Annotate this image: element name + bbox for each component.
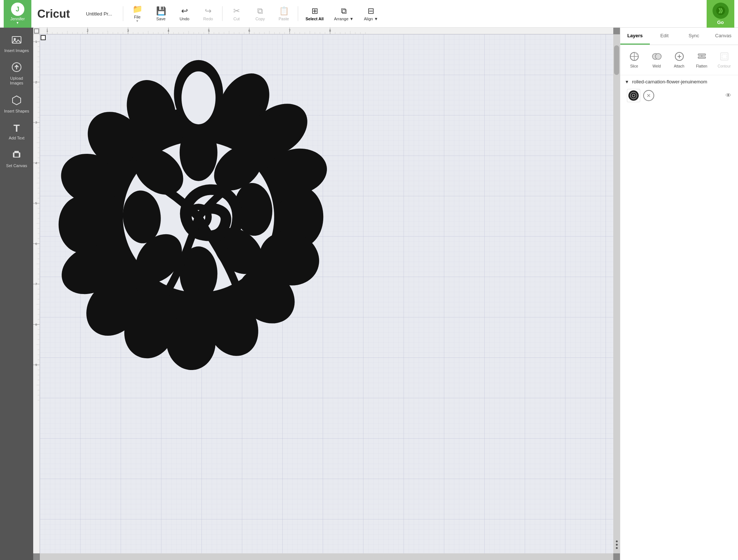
arrange-icon: ⧉: [341, 6, 347, 16]
svg-text:7: 7: [35, 282, 37, 286]
svg-text:3: 3: [127, 29, 129, 32]
file-arrow: ▼: [136, 19, 139, 23]
save-label: Save: [156, 17, 165, 21]
layer-group-name: rolled-carnation-flower-jenuinemom: [632, 79, 707, 84]
svg-text:3: 3: [35, 121, 37, 124]
save-button[interactable]: 💾 Save: [150, 4, 172, 23]
scrollbar-thumb-vertical[interactable]: [614, 45, 619, 75]
attach-icon: [675, 52, 684, 63]
arrange-button[interactable]: ⧉ Arrange ▼: [330, 4, 358, 23]
sidebar-item-upload-images[interactable]: Upload Images: [2, 58, 31, 89]
file-button[interactable]: 📁 File ▼: [126, 2, 148, 25]
go-circle: [713, 3, 729, 19]
paste-icon: 📋: [279, 6, 289, 16]
sidebar-item-insert-images[interactable]: Insert Images: [2, 31, 31, 57]
undo-icon: ↩: [181, 6, 188, 16]
sidebar-item-insert-shapes[interactable]: Insert Shapes: [2, 91, 31, 117]
arrange-label: Arrange ▼: [334, 17, 354, 21]
tab-edit[interactable]: Edit: [650, 28, 679, 45]
cricut-logo: Cricut: [33, 7, 82, 20]
weld-icon: [652, 52, 662, 63]
svg-text:2: 2: [87, 29, 89, 32]
svg-text:Cricut: Cricut: [37, 7, 70, 20]
attach-label: Attach: [674, 64, 684, 68]
copy-label: Copy: [255, 17, 265, 21]
sidebar-item-set-canvas[interactable]: Set Canvas: [2, 146, 31, 172]
panel-tools-row: Slice Weld Attach Flatten: [620, 45, 738, 75]
select-all-label: Select All: [306, 17, 324, 21]
svg-marker-5: [13, 96, 21, 105]
svg-point-3: [14, 38, 16, 40]
canvas-area[interactable]: 12345678 123456789: [33, 28, 620, 560]
undo-button[interactable]: ↩ Undo: [173, 4, 196, 23]
tool-flatten[interactable]: Flatten: [692, 49, 712, 71]
undo-label: Undo: [180, 17, 189, 21]
sidebar-insert-shapes-label: Insert Shapes: [4, 109, 29, 114]
sidebar-item-add-text[interactable]: T Add Text: [2, 119, 31, 144]
cut-button[interactable]: ✂ Cut: [225, 4, 248, 23]
insert-shapes-icon: [11, 95, 22, 107]
tool-attach[interactable]: Attach: [669, 49, 689, 71]
layer-item[interactable]: ✕ 👁: [625, 87, 734, 104]
tool-slice[interactable]: Slice: [624, 49, 644, 71]
sidebar-add-text-label: Add Text: [9, 136, 25, 141]
flatten-icon: [697, 52, 707, 63]
layer-thumbnail: [627, 89, 640, 102]
scrollbar-horizontal[interactable]: [40, 553, 613, 560]
divider-2: [222, 6, 223, 21]
svg-text:1: 1: [35, 40, 37, 44]
copy-icon: ⧉: [257, 6, 263, 16]
design-canvas[interactable]: [40, 34, 613, 553]
tab-canvas[interactable]: Canvas: [708, 28, 738, 45]
slice-icon: [630, 52, 639, 63]
canvas-overflow-menu[interactable]: [616, 540, 618, 549]
sidebar: Insert Images Upload Images Insert Shape…: [0, 28, 33, 560]
svg-text:7: 7: [289, 29, 290, 32]
svg-point-179: [59, 196, 104, 253]
align-button[interactable]: ⊟ Align ▼: [359, 4, 382, 23]
avatar: J: [11, 3, 24, 16]
layer-accessibility-icon[interactable]: ✕: [643, 90, 654, 101]
svg-rect-204: [721, 53, 728, 60]
svg-text:6: 6: [248, 29, 250, 32]
layer-thumb-svg: [628, 90, 639, 101]
svg-text:4: 4: [35, 161, 37, 165]
layer-visibility-toggle[interactable]: 👁: [725, 92, 731, 99]
svg-text:5: 5: [208, 29, 210, 32]
tool-contour[interactable]: Contour: [714, 49, 734, 71]
scrollbar-vertical[interactable]: [613, 34, 620, 553]
svg-point-183: [180, 124, 218, 181]
redo-button[interactable]: ↪ Redo: [197, 4, 219, 23]
select-all-icon: ⊞: [311, 6, 318, 16]
cut-label: Cut: [233, 17, 239, 21]
layer-group-arrow[interactable]: ▼: [625, 79, 629, 84]
tab-layers[interactable]: Layers: [620, 28, 650, 45]
svg-point-167: [182, 71, 215, 124]
ruler-horizontal: 12345678: [40, 28, 613, 34]
set-canvas-icon: [11, 149, 22, 162]
svg-rect-202: [698, 57, 706, 58]
contour-icon: [720, 52, 729, 63]
main-content: Insert Images Upload Images Insert Shape…: [0, 28, 738, 560]
go-button[interactable]: Go: [707, 0, 734, 28]
copy-button[interactable]: ⧉ Copy: [249, 4, 271, 23]
go-label: Go: [717, 20, 724, 25]
user-menu[interactable]: J Jennifer ▼: [4, 0, 31, 28]
select-all-button[interactable]: ⊞ Select All: [301, 4, 328, 23]
project-name[interactable]: Untitled Pr...: [83, 11, 120, 17]
sidebar-insert-images-label: Insert Images: [4, 48, 29, 53]
flatten-label: Flatten: [696, 64, 707, 68]
svg-text:9: 9: [35, 363, 37, 367]
svg-text:5: 5: [35, 201, 37, 205]
sidebar-upload-images-label: Upload Images: [4, 76, 29, 86]
weld-label: Weld: [652, 64, 661, 68]
contour-label: Contour: [718, 64, 731, 68]
redo-label: Redo: [203, 17, 213, 21]
tool-weld[interactable]: Weld: [646, 49, 667, 71]
paste-button[interactable]: 📋 Paste: [273, 4, 295, 23]
ruler-corner: [33, 28, 40, 34]
align-icon: ⊟: [368, 6, 374, 16]
flower-design[interactable]: [47, 53, 350, 381]
tab-sync[interactable]: Sync: [679, 28, 709, 45]
sidebar-set-canvas-label: Set Canvas: [6, 163, 27, 168]
